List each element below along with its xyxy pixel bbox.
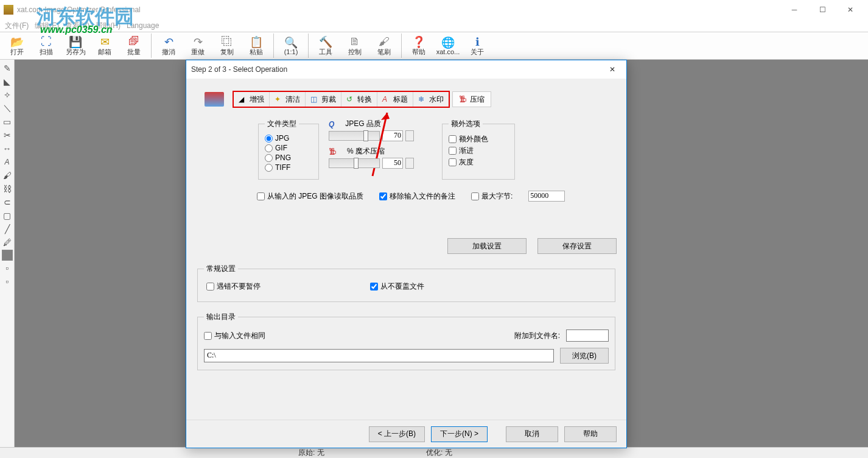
dialog-close-button[interactable]: ✕ (603, 60, 621, 79)
checkbox-grayscale[interactable]: 灰度 (449, 157, 508, 167)
status-original: 原始: 无 (298, 448, 324, 458)
radio-gif[interactable]: GIF (265, 144, 312, 152)
toolbar-open-button[interactable]: 📂打开 (2, 32, 32, 59)
menu-language[interactable]: Language (124, 21, 161, 30)
dialog-title: Step 2 of 3 - Select Operation (191, 65, 603, 74)
magic-compress-value[interactable]: 50 (382, 158, 403, 169)
menu-view[interactable]: 查看(V) (63, 21, 92, 31)
operation-tabs-highlighted: ◢增强 ✦清洁 ◫剪裁 ↺转换 A标题 ❄水印 (233, 91, 450, 108)
toolbar-scan-button[interactable]: ⛶扫描 (32, 32, 61, 59)
toolbar-about-button[interactable]: ℹ关于 (463, 32, 492, 59)
output-legend: 输出目录 (204, 312, 238, 322)
radio-jpg[interactable]: JPG (265, 134, 312, 143)
tool-item-b[interactable]: ▫ (1, 275, 13, 287)
window-title: xat.com Image Optimizer Professional (17, 5, 780, 14)
main-titlebar: xat.com Image Optimizer Professional ─ ☐… (0, 0, 868, 19)
checkbox-no-overwrite[interactable]: 从不覆盖文件 (370, 281, 424, 292)
menu-help[interactable]: 帮助(H) (93, 21, 123, 31)
tool-curve-icon[interactable]: ⊂ (1, 196, 13, 208)
minimize-button[interactable]: ─ (780, 0, 808, 19)
output-path-input[interactable]: C:\ (204, 349, 554, 362)
tab-clean[interactable]: ✦清洁 (270, 92, 306, 107)
next-button[interactable]: 下一步(N) > (431, 426, 488, 442)
tab-convert[interactable]: ↺转换 (341, 92, 377, 107)
cancel-button[interactable]: 取消 (506, 426, 558, 442)
toolbar-control-button[interactable]: 🗎控制 (340, 32, 369, 59)
tool-brush-icon[interactable]: 🖌 (1, 169, 13, 181)
magic-compress-spinner[interactable] (405, 158, 414, 169)
main-close-button[interactable]: ✕ (836, 0, 864, 19)
toolbar-batch-button[interactable]: 🗊批量 (119, 32, 149, 59)
toolbar-copy-button[interactable]: ⿻复制 (212, 32, 242, 59)
save-settings-button[interactable]: 保存设置 (537, 238, 617, 254)
toolbar-mail-button[interactable]: ✉邮箱 (90, 32, 119, 59)
checkbox-maxbytes[interactable]: 最大字节: (471, 191, 513, 202)
tool-crop-icon[interactable]: ✂ (1, 129, 13, 141)
toolbar-zoom-button[interactable]: 🔍(1:1) (276, 32, 306, 59)
magic-compress-slider[interactable] (329, 158, 380, 168)
tab-compress[interactable]: 🗜压缩 (452, 91, 491, 107)
back-button[interactable]: < 上一步(B) (369, 426, 425, 442)
load-settings-button[interactable]: 加载设置 (447, 238, 527, 254)
tool-dropper-icon[interactable]: ✎ (1, 62, 13, 74)
tool-shape-icon[interactable]: ▢ (1, 210, 13, 222)
toolbar-tools-button[interactable]: 🔨工具 (311, 32, 340, 59)
jpeg-quality-value[interactable]: 70 (382, 130, 403, 141)
tool-fill-icon[interactable]: ◣ (1, 76, 13, 88)
checkbox-remove-comments[interactable]: 移除输入文件的备注 (379, 191, 455, 202)
output-dir-group: 输出目录 与输入文件相同 附加到文件名: C:\ 浏览(B) (197, 312, 615, 370)
checkbox-read-quality[interactable]: 从输入的 JPEG 图像读取品质 (257, 191, 363, 202)
browse-button[interactable]: 浏览(B) (560, 348, 609, 364)
menu-file[interactable]: 文件(F) (2, 21, 31, 31)
general-settings-group: 常规设置 遇错不要暂停 从不覆盖文件 (197, 264, 615, 302)
extra-options-group: 额外选项 额外颜色 渐进 灰度 (442, 119, 515, 180)
tool-line-icon[interactable]: ＼ (1, 102, 13, 114)
tool-text-icon[interactable]: A (1, 156, 13, 168)
tool-item-a[interactable]: ▫ (1, 262, 13, 274)
radio-png[interactable]: PNG (265, 153, 312, 162)
append-label: 附加到文件名: (514, 331, 560, 341)
main-toolbar: 📂打开 ⛶扫描 💾另存为 ✉邮箱 🗊批量 ↶撤消 ↷重做 ⿻复制 📋粘贴 🔍(1… (0, 32, 868, 60)
tool-wand-icon[interactable]: ✧ (1, 89, 13, 101)
tool-rect-icon[interactable]: ▭ (1, 116, 13, 128)
menubar: 文件(F) 编辑(E) 查看(V) 帮助(H) Language (0, 19, 868, 32)
toolbar-undo-button[interactable]: ↶撤消 (154, 32, 183, 59)
toolbar-redo-button[interactable]: ↷重做 (183, 32, 212, 59)
tool-chain-icon[interactable]: ⛓ (1, 183, 13, 195)
app-icon (4, 5, 13, 15)
status-optimized: 优化: 无 (426, 448, 452, 458)
dialog-titlebar: Step 2 of 3 - Select Operation ✕ (186, 60, 626, 79)
maxbytes-input[interactable]: 50000 (528, 191, 565, 202)
toolbar-help-button[interactable]: ❓帮助 (404, 32, 433, 59)
menu-edit[interactable]: 编辑(E) (32, 21, 61, 31)
toolbar-paste-button[interactable]: 📋粘贴 (242, 32, 271, 59)
tab-enhance[interactable]: ◢增强 (234, 92, 270, 107)
toolbar-saveas-button[interactable]: 💾另存为 (61, 32, 90, 59)
help-button[interactable]: 帮助 (564, 426, 617, 442)
checkbox-dont-pause[interactable]: 遇错不要暂停 (206, 281, 261, 292)
extra-legend: 额外选项 (449, 119, 483, 129)
tool-move-icon[interactable]: ↔ (1, 143, 13, 155)
checkbox-extracolor[interactable]: 额外颜色 (449, 134, 508, 144)
checkbox-same-as-input[interactable]: 与输入文件相同 (204, 331, 265, 341)
dialog-footer: < 上一步(B) 下一步(N) > 取消 帮助 (186, 420, 626, 448)
general-legend: 常规设置 (204, 264, 238, 274)
wizard-dialog: Step 2 of 3 - Select Operation ✕ ◢增强 ✦清洁… (186, 60, 627, 448)
tab-title[interactable]: A标题 (377, 92, 413, 107)
toolbar-xat-button[interactable]: 🌐xat.co... (433, 32, 463, 59)
toolbar-brush-button[interactable]: 🖌笔刷 (369, 32, 399, 59)
tab-watermark[interactable]: ❄水印 (413, 92, 449, 107)
jpeg-quality-slider[interactable] (329, 131, 380, 141)
quality-group: Q JPEG 品质 70 🗜 % 魔术压缩 50 (329, 119, 432, 180)
tab-crop[interactable]: ◫剪裁 (306, 92, 341, 107)
tool-pen-icon[interactable]: ╱ (1, 223, 13, 235)
append-filename-input[interactable] (566, 329, 609, 342)
tool-color-icon[interactable]: 🖉 (1, 236, 13, 248)
checkbox-progressive[interactable]: 渐进 (449, 146, 508, 156)
side-toolbox: ✎ ◣ ✧ ＼ ▭ ✂ ↔ A 🖌 ⛓ ⊂ ▢ ╱ 🖉 ▫ ▫ (0, 60, 15, 447)
jpeg-quality-spinner[interactable] (405, 130, 414, 141)
radio-tiff[interactable]: TIFF (265, 163, 312, 172)
tool-swatch[interactable] (2, 250, 13, 261)
filetype-group: 文件类型 JPG GIF PNG TIFF (258, 119, 319, 180)
maximize-button[interactable]: ☐ (808, 0, 836, 19)
